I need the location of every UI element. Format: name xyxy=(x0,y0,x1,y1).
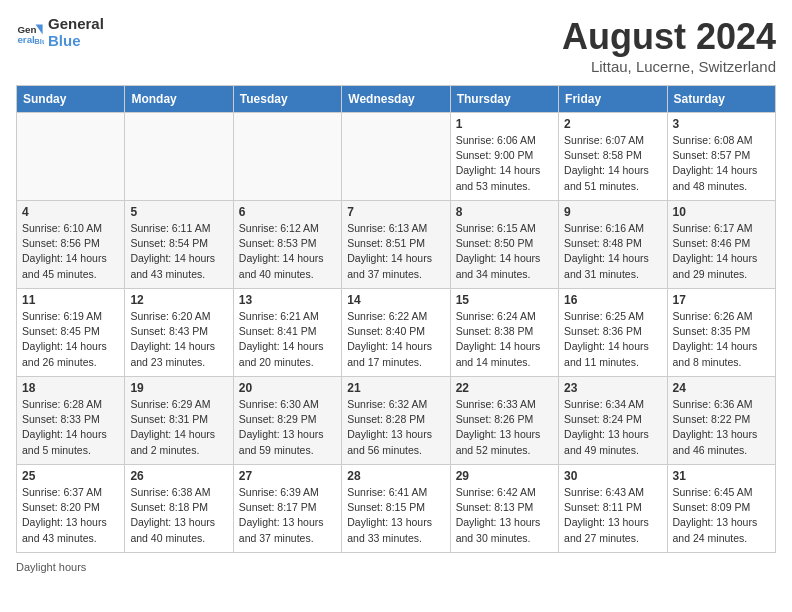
calendar-cell: 28Sunrise: 6:41 AM Sunset: 8:15 PM Dayli… xyxy=(342,465,450,553)
calendar-cell: 27Sunrise: 6:39 AM Sunset: 8:17 PM Dayli… xyxy=(233,465,341,553)
day-number: 25 xyxy=(22,469,119,483)
calendar-cell xyxy=(342,113,450,201)
day-info: Sunrise: 6:21 AM Sunset: 8:41 PM Dayligh… xyxy=(239,309,336,370)
day-info: Sunrise: 6:17 AM Sunset: 8:46 PM Dayligh… xyxy=(673,221,770,282)
calendar-cell: 1Sunrise: 6:06 AM Sunset: 9:00 PM Daylig… xyxy=(450,113,558,201)
day-number: 9 xyxy=(564,205,661,219)
day-number: 29 xyxy=(456,469,553,483)
day-info: Sunrise: 6:15 AM Sunset: 8:50 PM Dayligh… xyxy=(456,221,553,282)
col-header-tuesday: Tuesday xyxy=(233,86,341,113)
calendar-week-2: 4Sunrise: 6:10 AM Sunset: 8:56 PM Daylig… xyxy=(17,201,776,289)
day-number: 27 xyxy=(239,469,336,483)
logo-blue: Blue xyxy=(48,33,104,50)
day-info: Sunrise: 6:08 AM Sunset: 8:57 PM Dayligh… xyxy=(673,133,770,194)
day-info: Sunrise: 6:39 AM Sunset: 8:17 PM Dayligh… xyxy=(239,485,336,546)
calendar-cell xyxy=(125,113,233,201)
calendar-cell xyxy=(233,113,341,201)
calendar-cell: 20Sunrise: 6:30 AM Sunset: 8:29 PM Dayli… xyxy=(233,377,341,465)
calendar-cell: 19Sunrise: 6:29 AM Sunset: 8:31 PM Dayli… xyxy=(125,377,233,465)
calendar-cell: 11Sunrise: 6:19 AM Sunset: 8:45 PM Dayli… xyxy=(17,289,125,377)
day-number: 21 xyxy=(347,381,444,395)
day-number: 5 xyxy=(130,205,227,219)
calendar-cell: 16Sunrise: 6:25 AM Sunset: 8:36 PM Dayli… xyxy=(559,289,667,377)
logo-general: General xyxy=(48,16,104,33)
col-header-thursday: Thursday xyxy=(450,86,558,113)
calendar-cell: 14Sunrise: 6:22 AM Sunset: 8:40 PM Dayli… xyxy=(342,289,450,377)
day-number: 13 xyxy=(239,293,336,307)
day-number: 1 xyxy=(456,117,553,131)
calendar-week-3: 11Sunrise: 6:19 AM Sunset: 8:45 PM Dayli… xyxy=(17,289,776,377)
day-info: Sunrise: 6:22 AM Sunset: 8:40 PM Dayligh… xyxy=(347,309,444,370)
day-number: 11 xyxy=(22,293,119,307)
calendar-cell: 31Sunrise: 6:45 AM Sunset: 8:09 PM Dayli… xyxy=(667,465,775,553)
day-info: Sunrise: 6:12 AM Sunset: 8:53 PM Dayligh… xyxy=(239,221,336,282)
day-number: 12 xyxy=(130,293,227,307)
day-number: 19 xyxy=(130,381,227,395)
day-info: Sunrise: 6:36 AM Sunset: 8:22 PM Dayligh… xyxy=(673,397,770,458)
day-info: Sunrise: 6:10 AM Sunset: 8:56 PM Dayligh… xyxy=(22,221,119,282)
calendar-cell: 18Sunrise: 6:28 AM Sunset: 8:33 PM Dayli… xyxy=(17,377,125,465)
day-info: Sunrise: 6:11 AM Sunset: 8:54 PM Dayligh… xyxy=(130,221,227,282)
calendar-week-5: 25Sunrise: 6:37 AM Sunset: 8:20 PM Dayli… xyxy=(17,465,776,553)
month-year-title: August 2024 xyxy=(562,16,776,58)
day-info: Sunrise: 6:20 AM Sunset: 8:43 PM Dayligh… xyxy=(130,309,227,370)
calendar-cell: 4Sunrise: 6:10 AM Sunset: 8:56 PM Daylig… xyxy=(17,201,125,289)
page-header: Gen eral Blue General Blue August 2024 L… xyxy=(16,16,776,75)
calendar-cell: 13Sunrise: 6:21 AM Sunset: 8:41 PM Dayli… xyxy=(233,289,341,377)
logo: Gen eral Blue General Blue xyxy=(16,16,104,49)
day-info: Sunrise: 6:19 AM Sunset: 8:45 PM Dayligh… xyxy=(22,309,119,370)
footer-note: Daylight hours xyxy=(16,561,776,573)
daylight-note: Daylight hours xyxy=(16,561,86,573)
day-number: 17 xyxy=(673,293,770,307)
calendar-cell: 10Sunrise: 6:17 AM Sunset: 8:46 PM Dayli… xyxy=(667,201,775,289)
day-info: Sunrise: 6:06 AM Sunset: 9:00 PM Dayligh… xyxy=(456,133,553,194)
day-info: Sunrise: 6:33 AM Sunset: 8:26 PM Dayligh… xyxy=(456,397,553,458)
day-number: 2 xyxy=(564,117,661,131)
day-number: 16 xyxy=(564,293,661,307)
day-number: 23 xyxy=(564,381,661,395)
calendar-cell: 24Sunrise: 6:36 AM Sunset: 8:22 PM Dayli… xyxy=(667,377,775,465)
calendar-cell: 29Sunrise: 6:42 AM Sunset: 8:13 PM Dayli… xyxy=(450,465,558,553)
calendar-cell: 23Sunrise: 6:34 AM Sunset: 8:24 PM Dayli… xyxy=(559,377,667,465)
location-subtitle: Littau, Lucerne, Switzerland xyxy=(562,58,776,75)
day-info: Sunrise: 6:34 AM Sunset: 8:24 PM Dayligh… xyxy=(564,397,661,458)
col-header-monday: Monday xyxy=(125,86,233,113)
day-number: 6 xyxy=(239,205,336,219)
day-number: 24 xyxy=(673,381,770,395)
svg-marker-2 xyxy=(36,24,43,34)
day-number: 7 xyxy=(347,205,444,219)
calendar-week-1: 1Sunrise: 6:06 AM Sunset: 9:00 PM Daylig… xyxy=(17,113,776,201)
calendar-cell xyxy=(17,113,125,201)
day-info: Sunrise: 6:32 AM Sunset: 8:28 PM Dayligh… xyxy=(347,397,444,458)
day-info: Sunrise: 6:42 AM Sunset: 8:13 PM Dayligh… xyxy=(456,485,553,546)
calendar-cell: 7Sunrise: 6:13 AM Sunset: 8:51 PM Daylig… xyxy=(342,201,450,289)
col-header-friday: Friday xyxy=(559,86,667,113)
calendar-cell: 12Sunrise: 6:20 AM Sunset: 8:43 PM Dayli… xyxy=(125,289,233,377)
day-number: 3 xyxy=(673,117,770,131)
day-info: Sunrise: 6:29 AM Sunset: 8:31 PM Dayligh… xyxy=(130,397,227,458)
day-number: 30 xyxy=(564,469,661,483)
col-header-wednesday: Wednesday xyxy=(342,86,450,113)
day-info: Sunrise: 6:30 AM Sunset: 8:29 PM Dayligh… xyxy=(239,397,336,458)
calendar-table: SundayMondayTuesdayWednesdayThursdayFrid… xyxy=(16,85,776,553)
day-info: Sunrise: 6:16 AM Sunset: 8:48 PM Dayligh… xyxy=(564,221,661,282)
day-info: Sunrise: 6:25 AM Sunset: 8:36 PM Dayligh… xyxy=(564,309,661,370)
day-number: 14 xyxy=(347,293,444,307)
day-info: Sunrise: 6:26 AM Sunset: 8:35 PM Dayligh… xyxy=(673,309,770,370)
day-number: 10 xyxy=(673,205,770,219)
calendar-cell: 6Sunrise: 6:12 AM Sunset: 8:53 PM Daylig… xyxy=(233,201,341,289)
col-header-saturday: Saturday xyxy=(667,86,775,113)
calendar-cell: 2Sunrise: 6:07 AM Sunset: 8:58 PM Daylig… xyxy=(559,113,667,201)
day-info: Sunrise: 6:37 AM Sunset: 8:20 PM Dayligh… xyxy=(22,485,119,546)
calendar-cell: 30Sunrise: 6:43 AM Sunset: 8:11 PM Dayli… xyxy=(559,465,667,553)
svg-text:Blue: Blue xyxy=(34,37,44,46)
calendar-cell: 3Sunrise: 6:08 AM Sunset: 8:57 PM Daylig… xyxy=(667,113,775,201)
day-info: Sunrise: 6:13 AM Sunset: 8:51 PM Dayligh… xyxy=(347,221,444,282)
day-number: 20 xyxy=(239,381,336,395)
calendar-cell: 17Sunrise: 6:26 AM Sunset: 8:35 PM Dayli… xyxy=(667,289,775,377)
calendar-cell: 9Sunrise: 6:16 AM Sunset: 8:48 PM Daylig… xyxy=(559,201,667,289)
logo-icon: Gen eral Blue xyxy=(16,19,44,47)
day-number: 15 xyxy=(456,293,553,307)
day-number: 18 xyxy=(22,381,119,395)
day-number: 26 xyxy=(130,469,227,483)
